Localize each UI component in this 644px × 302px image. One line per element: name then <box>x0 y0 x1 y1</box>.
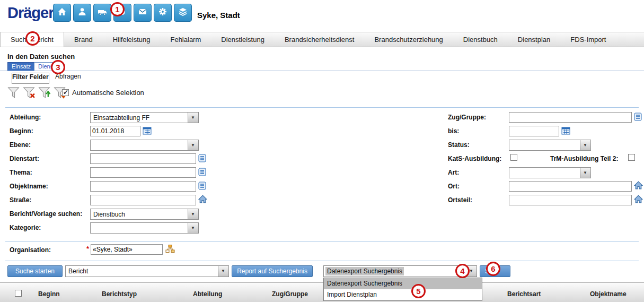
tab-fds-import[interactable]: FDS-Import <box>560 32 616 47</box>
bis-input[interactable] <box>509 126 559 136</box>
list-lookup-icon[interactable] <box>198 154 208 163</box>
tab-dienstbuch[interactable]: Dienstbuch <box>453 32 508 47</box>
filter-remove-icon[interactable] <box>22 86 36 99</box>
column-header-objektname[interactable]: Objektname <box>590 290 627 298</box>
home-address-icon[interactable] <box>634 195 643 204</box>
person-button[interactable] <box>73 4 91 22</box>
column-header-berichtstyp[interactable]: Berichtstyp <box>102 290 137 298</box>
export-combobox-value: Datenexport Suchergebnis <box>325 267 404 275</box>
beginn-label: Beginn: <box>10 127 33 135</box>
objektname-label: Objektname: <box>10 183 48 190</box>
home-button[interactable] <box>53 4 71 22</box>
column-header-zug-gruppe[interactable]: Zug/Gruppe <box>272 290 308 298</box>
divider <box>0 71 644 71</box>
report-suchergebnis-button[interactable]: Report auf Suchergebnis <box>232 265 313 277</box>
home-icon <box>57 6 67 19</box>
chevron-down-icon[interactable] <box>188 209 198 219</box>
vehicle-button[interactable] <box>93 4 111 22</box>
trm-checkbox[interactable] <box>628 154 635 161</box>
annotation-circle-3: 3 <box>51 60 65 74</box>
ortsteil-input[interactable] <box>509 195 632 205</box>
tab-hilfeleistung[interactable]: Hilfeleistung <box>103 32 161 47</box>
chevron-down-icon[interactable] <box>188 113 198 123</box>
ort-label: Ort: <box>448 183 460 190</box>
kats-checkbox[interactable] <box>510 154 517 161</box>
section-title: In den Daten suchen <box>7 53 75 61</box>
tab-brandschutzerziehung[interactable]: Brandschutzerziehung <box>364 32 453 47</box>
kats-label: KatS-Ausbildung: <box>448 155 501 162</box>
mail-button[interactable] <box>134 4 152 22</box>
tab-fehlalarm[interactable]: Fehlalarm <box>160 32 211 47</box>
calendar-icon[interactable] <box>143 126 152 136</box>
strasse-input[interactable] <box>90 195 196 205</box>
chevron-down-icon[interactable] <box>218 266 228 277</box>
export-option-datenexport[interactable]: Datenexport Suchergebnis <box>324 278 482 289</box>
dienstart-input[interactable] <box>90 153 196 164</box>
filter-tab-fields[interactable]: Filter Felder <box>12 73 49 84</box>
beginn-input[interactable] <box>90 126 140 136</box>
tab-brandsicherheitsdienst[interactable]: Brandsicherheitsdienst <box>275 32 365 47</box>
kategorie-label: Kategorie: <box>10 224 41 231</box>
thema-label: Thema: <box>10 169 32 176</box>
column-header-berichtsart[interactable]: Berichtsart <box>507 290 541 298</box>
auto-selection-label: Automatische Selektion <box>72 89 144 97</box>
annotation-circle-2: 2 <box>25 31 40 46</box>
organisation-input[interactable] <box>91 244 163 255</box>
abteilung-select[interactable]: Einsatzabteilung FF <box>90 112 199 123</box>
home-address-icon[interactable] <box>198 195 208 204</box>
divider <box>5 241 639 242</box>
divider <box>5 261 639 261</box>
zug-gruppe-label: Zug/Gruppe: <box>448 114 486 121</box>
list-lookup-icon[interactable] <box>198 182 208 191</box>
ortsteil-label: Ortsteil: <box>448 196 472 204</box>
bis-label: bis: <box>448 127 459 135</box>
export-option-import-dienstplan[interactable]: Import Dienstplan <box>324 289 482 300</box>
list-lookup-icon[interactable] <box>198 168 208 177</box>
filter-add-icon[interactable] <box>37 86 51 99</box>
annotation-circle-4: 4 <box>455 264 470 278</box>
abteilung-label: Abteilung: <box>10 114 41 121</box>
bericht-template-select[interactable]: Bericht <box>65 265 229 277</box>
calendar-icon[interactable] <box>561 126 571 136</box>
column-header-abteilung[interactable]: Abteilung <box>193 290 222 298</box>
trm-label: TrM-Ausbildung Teil 2: <box>550 155 618 162</box>
chevron-down-icon[interactable] <box>580 168 590 178</box>
dienstart-label: Dienstart: <box>10 155 39 162</box>
status-select[interactable] <box>509 140 591 151</box>
chevron-down-icon[interactable] <box>188 140 198 150</box>
kategorie-select[interactable] <box>90 222 199 234</box>
chevron-down-icon[interactable] <box>580 140 590 150</box>
home-address-icon[interactable] <box>634 181 643 191</box>
ebene-select[interactable] <box>90 140 199 151</box>
suche-starten-button[interactable]: Suche starten <box>7 265 63 277</box>
auto-selection-checkbox[interactable] <box>62 89 69 96</box>
bericht-vorlage-value: Dienstbuch <box>93 211 125 218</box>
organisation-label: Organisation: <box>10 246 51 254</box>
strasse-label: Straße: <box>10 196 31 204</box>
art-select[interactable] <box>509 167 591 178</box>
layers-button[interactable] <box>174 4 192 22</box>
filter-icon[interactable] <box>6 86 20 99</box>
app-window: Dräger Syke, Stadt Suche/Bericht Brand H… <box>0 0 644 302</box>
organisation-tree-icon[interactable] <box>165 244 175 254</box>
tab-brand[interactable]: Brand <box>64 32 103 47</box>
list-lookup-icon[interactable] <box>634 113 643 122</box>
tab-dienstleistung[interactable]: Dienstleistung <box>211 32 275 47</box>
settings-button[interactable] <box>154 4 172 22</box>
export-combobox[interactable]: Datenexport Suchergebnis <box>323 265 477 277</box>
column-header-beginn[interactable]: Beginn <box>38 290 60 298</box>
draeger-logo: Dräger <box>7 4 54 22</box>
objektname-input[interactable] <box>90 181 196 192</box>
chevron-down-icon[interactable] <box>188 223 198 233</box>
results-table-header: Beginn Berichtstyp Abteilung Zug/Gruppe … <box>0 282 644 302</box>
select-all-checkbox[interactable] <box>15 290 22 297</box>
ort-input[interactable] <box>509 181 632 192</box>
tab-dienstplan[interactable]: Dienstplan <box>508 32 560 47</box>
ebene-label: Ebene: <box>10 141 31 149</box>
required-mark: * <box>86 245 89 253</box>
thema-input[interactable] <box>90 167 196 178</box>
zug-gruppe-input[interactable] <box>509 112 632 123</box>
subtab-einsatz[interactable]: Einsatz <box>7 62 35 71</box>
bericht-vorlage-select[interactable]: Dienstbuch <box>90 209 199 220</box>
bericht-vorlage-label: Bericht/Vorlage suchen: <box>10 210 82 218</box>
